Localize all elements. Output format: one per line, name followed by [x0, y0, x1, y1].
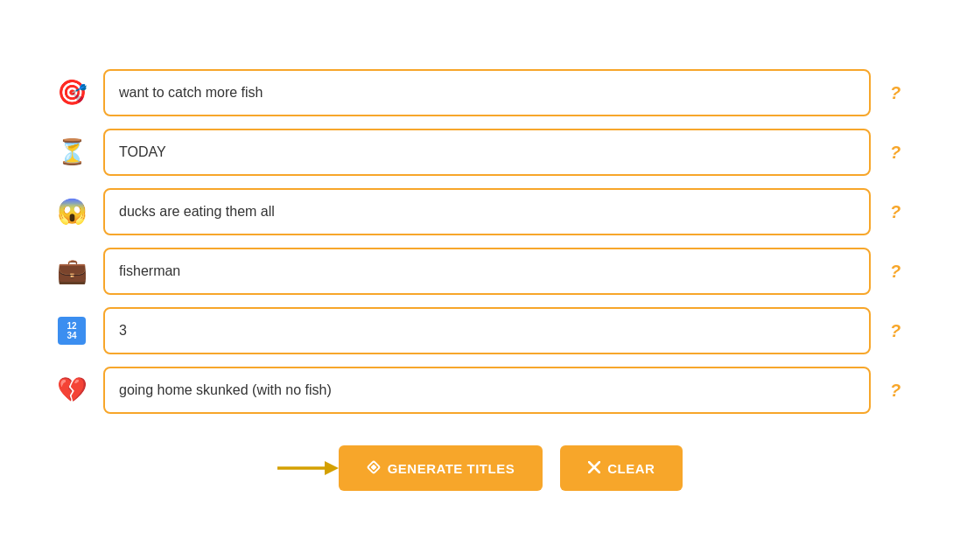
generate-button[interactable]: GENERATE TITLES: [339, 445, 543, 491]
field-wrap-obstacle: [103, 188, 871, 235]
field-input-fear[interactable]: [103, 367, 871, 414]
clear-button[interactable]: CLEAR: [560, 445, 683, 491]
field-help-obstacle[interactable]: ?: [883, 202, 907, 222]
field-icon-role: 💼: [53, 252, 91, 290]
svg-rect-3: [370, 464, 376, 470]
field-help-goal[interactable]: ?: [883, 83, 907, 103]
form-container: 🎯?⏳?😱?💼?1234?💔? GENERATE TITLESCLEAR: [53, 69, 907, 491]
field-row-fear: 💔?: [53, 367, 907, 414]
field-row-time: ⏳?: [53, 129, 907, 176]
field-input-number[interactable]: [103, 307, 871, 354]
clear-label: CLEAR: [607, 461, 655, 476]
field-wrap-number: [103, 307, 871, 354]
buttons-row: GENERATE TITLESCLEAR: [53, 445, 907, 491]
field-row-obstacle: 😱?: [53, 188, 907, 235]
field-wrap-fear: [103, 367, 871, 414]
clear-icon: [588, 461, 600, 476]
field-icon-number: 1234: [53, 312, 91, 350]
field-wrap-role: [103, 248, 871, 295]
arrow-container: GENERATE TITLES: [277, 445, 543, 491]
field-row-role: 💼?: [53, 248, 907, 295]
field-input-goal[interactable]: [103, 69, 871, 116]
field-icon-obstacle: 😱: [53, 192, 91, 231]
field-icon-time: ⏳: [53, 133, 91, 172]
field-help-fear[interactable]: ?: [883, 381, 907, 401]
field-icon-fear: 💔: [53, 371, 91, 410]
generate-label: GENERATE TITLES: [388, 461, 515, 476]
svg-marker-1: [325, 461, 339, 475]
field-help-time[interactable]: ?: [883, 143, 907, 163]
field-icon-goal: 🎯: [53, 74, 91, 112]
field-input-obstacle[interactable]: [103, 188, 871, 235]
arrow-icon: [277, 458, 339, 479]
field-row-number: 1234?: [53, 307, 907, 354]
field-wrap-goal: [103, 69, 871, 116]
field-wrap-time: [103, 129, 871, 176]
field-help-role[interactable]: ?: [883, 262, 907, 282]
generate-icon: [367, 460, 381, 477]
generate-diamond-icon: [367, 460, 381, 474]
field-input-role[interactable]: [103, 248, 871, 295]
x-icon: [588, 461, 600, 473]
field-row-goal: 🎯?: [53, 69, 907, 116]
field-help-number[interactable]: ?: [883, 321, 907, 341]
field-input-time[interactable]: [103, 129, 871, 176]
